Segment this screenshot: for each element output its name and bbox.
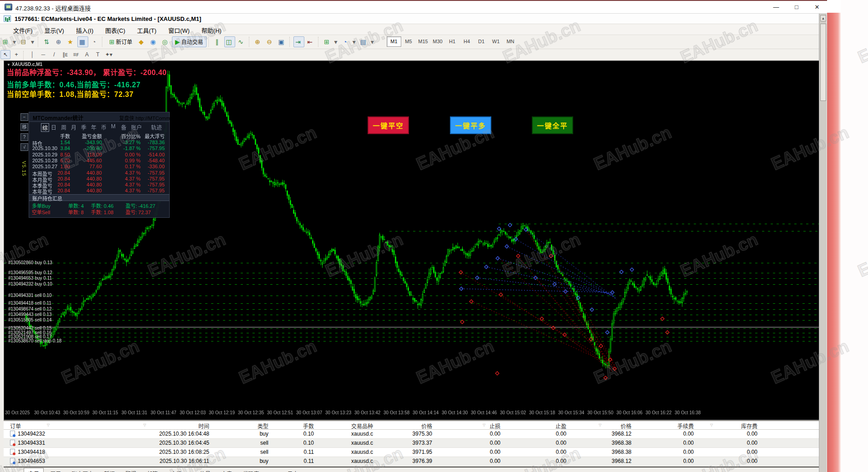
timeframe-m30[interactable]: M30 — [430, 36, 445, 47]
timeframe-mn[interactable]: MN — [503, 36, 518, 47]
candlestick-icon[interactable]: ◫ — [224, 36, 235, 47]
chevron-down-icon[interactable]: ▾ — [352, 36, 358, 47]
terminal-tab-11[interactable]: 日志 — [283, 468, 303, 472]
mtc-tab-7[interactable]: M — [111, 123, 116, 130]
mtc-tab-2[interactable]: 周 — [61, 123, 66, 131]
close-all-long-button[interactable]: 一键平多 — [450, 116, 491, 134]
orders-col-3[interactable]: 手数 — [273, 421, 318, 430]
chevron-down-icon[interactable]: ▾ — [12, 36, 18, 47]
menu-item-f[interactable]: 文件(F) — [7, 24, 39, 35]
price-chart[interactable]: ▼XAUUSD.c,M1 当前品种浮盈亏：-343.90， 累计盈亏：-200.… — [4, 60, 819, 420]
cursor-icon[interactable]: ↖ — [0, 50, 10, 59]
text-icon[interactable]: A — [82, 50, 92, 59]
orders-col-10[interactable]: 库存费 — [698, 421, 762, 430]
profiles-icon[interactable]: ⊟ — [19, 36, 30, 47]
close-button[interactable]: ✕ — [810, 2, 824, 12]
horizontal-line-icon[interactable]: ─ — [38, 50, 48, 59]
mtc-tab-0[interactable]: 综 — [41, 123, 49, 132]
scrollbar-thumb[interactable] — [820, 24, 826, 101]
auto-scroll-icon[interactable]: ⇤ — [305, 36, 316, 47]
templates-icon[interactable]: ▤ — [358, 36, 369, 47]
orders-col-1[interactable]: 时间 — [94, 421, 214, 430]
orders-col-5[interactable]: 价格 — [378, 421, 437, 430]
terminal-tab-8[interactable]: 文章 — [217, 468, 236, 472]
timeframe-w1[interactable]: W1 — [489, 36, 503, 47]
data-window-icon[interactable]: ⊕ — [54, 36, 65, 47]
sounds-icon[interactable]: ◎ — [160, 36, 171, 47]
menu-item-t[interactable]: 工具(T) — [131, 24, 162, 35]
terminal-tab-0[interactable]: 交易 — [24, 468, 44, 472]
orders-col-7[interactable]: 止盈 — [505, 421, 571, 430]
timeframe-d1[interactable]: D1 — [474, 36, 489, 47]
menu-item-h[interactable]: 帮助(H) — [196, 24, 227, 35]
menu-item-i[interactable]: 插入(I) — [70, 24, 99, 35]
order-row[interactable]: 1304943312025.10.30 16:04:45sell0.10xauu… — [4, 439, 819, 448]
tile-windows-icon[interactable]: ▣ — [277, 36, 288, 47]
terminal-tab-1[interactable]: 展示 — [46, 468, 65, 472]
maximize-button[interactable]: □ — [789, 2, 804, 12]
experts-icon[interactable]: ◉ — [148, 36, 159, 47]
order-row[interactable]: 1304946532025.10.30 16:06:11buy0.11xauus… — [4, 457, 819, 466]
menu-item-w[interactable]: 窗口(W) — [162, 24, 196, 35]
chevron-down-icon[interactable]: ▾ — [370, 36, 376, 47]
mtc-side-button-3[interactable]: √ — [20, 143, 28, 151]
orders-col-4[interactable]: 交易品种 — [318, 421, 378, 430]
timeframe-m15[interactable]: M15 — [416, 36, 430, 47]
timeframe-m5[interactable]: M5 — [401, 36, 416, 47]
mtc-tab-5[interactable]: 年 — [91, 123, 96, 131]
orders-col-6[interactable]: 止损 — [437, 421, 505, 430]
timeframe-m1[interactable]: M1 — [387, 36, 401, 47]
indicators-icon[interactable]: ⊞ — [322, 36, 333, 47]
mtc-tab-1[interactable]: 日 — [51, 123, 56, 131]
channel-icon[interactable]: ∥ᴇ — [60, 50, 70, 59]
orders-col-8[interactable]: 价格 — [571, 421, 636, 430]
terminal-tab-2[interactable]: 账户历史 — [67, 468, 97, 472]
trendline-icon[interactable]: / — [49, 50, 59, 59]
mtc-side-button-2[interactable]: ? — [20, 133, 28, 141]
mtc-tab-9[interactable]: 账户 — [131, 123, 142, 131]
close-all-short-button[interactable]: 一键平空 — [368, 116, 409, 134]
new-order-button[interactable]: ⊞新订单 — [106, 36, 136, 47]
orders-col-9[interactable]: 手续费 — [636, 421, 698, 430]
timeframe-h4[interactable]: H4 — [459, 36, 474, 47]
terminal-tab-ea[interactable]: EA — [265, 470, 281, 472]
terminal-tab-7[interactable]: 信号 — [196, 468, 215, 472]
mtc-tab-8[interactable]: 备 — [121, 123, 126, 131]
menu-item-v[interactable]: 显示(V) — [39, 24, 70, 35]
terminal-tab-5[interactable]: 邮箱6 — [143, 468, 165, 472]
rdp-titlebar[interactable]: 47.238.92.33 - 远程桌面连接 — □ ✕ — [0, 1, 827, 14]
shapes-icon[interactable]: ✦▾ — [104, 50, 114, 59]
navigator-icon[interactable]: ★ — [66, 36, 76, 47]
metaeditor-icon[interactable]: ◆ — [136, 36, 147, 47]
mtc-side-button-1[interactable]: 移 — [20, 123, 28, 131]
close-all-button[interactable]: 一键全平 — [532, 116, 573, 134]
new-chart-icon[interactable]: ⊞ — [0, 36, 11, 47]
fibonacci-icon[interactable]: ≡ꜰ — [71, 50, 81, 59]
crosshair-icon[interactable]: + — [11, 50, 21, 59]
chart-shift-icon[interactable]: ⇥ — [293, 36, 304, 47]
label-icon[interactable]: T — [93, 50, 103, 59]
zoom-out-icon[interactable]: ⊖ — [265, 36, 276, 47]
scroll-up-icon[interactable]: ▲ — [820, 15, 826, 21]
zoom-in-icon[interactable]: ⊕ — [253, 36, 264, 47]
autotrade-button[interactable]: ▶自动交易 — [172, 36, 207, 47]
line-chart-icon[interactable]: ∿ — [236, 36, 247, 47]
chevron-down-icon[interactable]: ▾ — [30, 36, 36, 47]
orders-col-2[interactable]: 类型 — [214, 421, 273, 430]
mtcommander-link[interactable]: 复盘侠 http://MTCommander.com — [119, 114, 193, 121]
vertical-line-icon[interactable]: │ — [27, 50, 37, 59]
bar-chart-icon[interactable]: ∥ — [212, 36, 223, 47]
mt4-titlebar[interactable]: 1577661: ECMarkets-Live04 - EC Markets L… — [0, 14, 827, 24]
terminal-tab-6[interactable]: 市场123 — [167, 468, 193, 472]
mtc-tab-3[interactable]: 月 — [71, 123, 76, 131]
orders-table-header[interactable]: 订单时间类型手数交易品种价格止损止盈价格手续费库存费 — [4, 421, 819, 430]
minimize-button[interactable]: — — [769, 2, 783, 12]
terminal-tab-3[interactable]: 新闻 — [100, 468, 119, 472]
chevron-down-icon[interactable]: ▾ — [334, 36, 339, 47]
rdp-vertical-scrollbar[interactable]: ▲ — [819, 14, 827, 472]
order-row[interactable]: 1304944182025.10.30 16:08:25sell0.11xauu… — [4, 448, 819, 457]
mtc-tab-track[interactable]: 轨迹 — [151, 123, 162, 131]
terminal-tab-9[interactable]: 代码库 — [238, 468, 263, 472]
terminal-tab-4[interactable]: 警报 — [121, 468, 141, 472]
strategy-tester-icon[interactable]: ◔ — [89, 36, 100, 47]
